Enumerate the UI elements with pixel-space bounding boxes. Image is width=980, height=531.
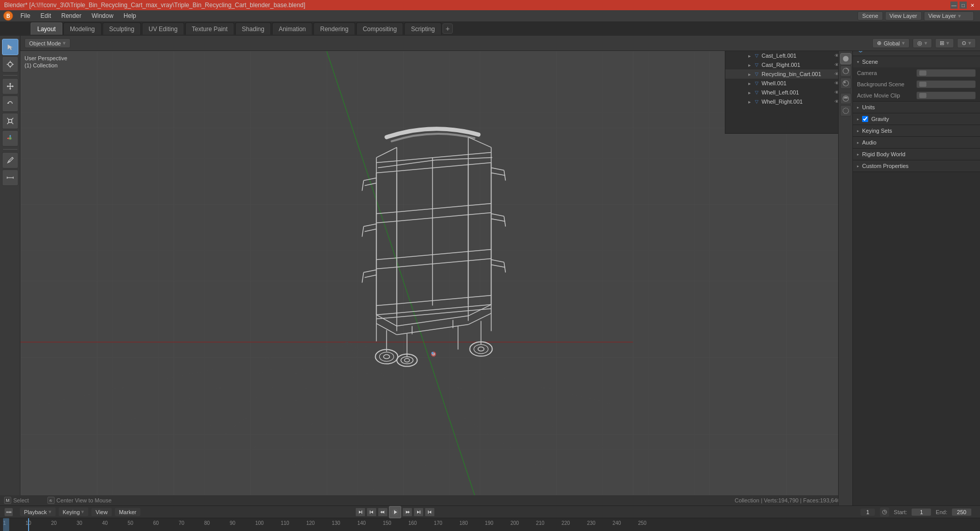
tab-modeling[interactable]: Modeling [63, 22, 102, 35]
vp-xray-toggle[interactable] [840, 105, 851, 116]
outliner-item-cast-left[interactable]: ▸ ▽ Cast_Left.001 👁 📷 [725, 51, 852, 60]
frame-num-200: 200 [510, 520, 519, 526]
tl-play-button[interactable] [389, 506, 401, 518]
units-arrow: ▸ [857, 105, 859, 110]
audio-section-header[interactable]: ▸ Audio [853, 137, 980, 148]
frame-num-90: 90 [230, 520, 235, 526]
svg-line-90 [491, 168, 504, 171]
start-frame-value[interactable]: 1 [911, 508, 932, 516]
svg-line-69 [376, 259, 491, 269]
audio-label: Audio [862, 139, 876, 146]
outliner-item-name-4: Whell.001 [762, 80, 831, 86]
svg-line-33 [12, 123, 13, 124]
outliner-item-cast-right[interactable]: ▸ ▽ Cast_Right.001 👁 📷 [725, 60, 852, 69]
vp-render-mode-rendered[interactable] [840, 78, 851, 89]
annotate-tool-button[interactable] [2, 152, 18, 168]
select-tool-button[interactable] [2, 39, 18, 55]
cursor-tool-button[interactable] [2, 56, 18, 73]
menu-window[interactable]: Window [87, 11, 117, 21]
units-section-header[interactable]: ▸ Units [853, 102, 980, 113]
viewport-proportional-toggle[interactable]: ⊙ ▾ [957, 38, 976, 48]
svg-line-48 [71, 342, 347, 505]
rigid-body-world-header[interactable]: ▸ Rigid Body World [853, 149, 980, 160]
playback-dropdown[interactable]: Playback ▾ [19, 507, 56, 517]
active-movie-clip-value[interactable] [916, 91, 976, 100]
timeline-body[interactable]: 1 10 20 30 40 50 60 70 80 90 100 110 120… [0, 518, 980, 531]
tl-next-keyframe-button[interactable] [413, 508, 424, 517]
menu-edit[interactable]: Edit [36, 11, 55, 21]
viewport-perspective-label: User Perspective (1) Collection [24, 55, 67, 68]
gravity-section-header[interactable]: ▸ Gravity [853, 113, 980, 125]
tl-prev-frame-button[interactable] [378, 508, 388, 517]
tab-animation[interactable]: Animation [272, 22, 312, 35]
measure-tool-button[interactable] [2, 170, 18, 186]
view-dropdown[interactable]: View [91, 508, 112, 517]
viewport-mode-selector[interactable]: Object Mode ▾ [24, 38, 70, 48]
mesh-type-icon-1: ▽ [755, 53, 758, 58]
blender-logo-icon[interactable]: B [2, 10, 14, 22]
snap-icon: ⊞ [940, 40, 944, 46]
frame-type-icon[interactable] [879, 507, 890, 517]
rotate-tool-button[interactable] [2, 95, 18, 112]
outliner-item-whell-right[interactable]: ▸ ▽ Whell_Right.001 👁 📷 [725, 97, 852, 106]
timeline-type-icon[interactable] [4, 508, 13, 517]
keying-sets-header[interactable]: ▸ Keying Sets [853, 125, 980, 136]
svg-line-83 [364, 183, 376, 186]
end-frame-value[interactable]: 250 [951, 508, 972, 516]
timeline-frame-controls: 1 Start: 1 End: 250 [860, 507, 976, 517]
tl-play-end-button[interactable] [355, 508, 365, 517]
viewport-snap-toggle[interactable]: ⊞ ▾ [935, 38, 954, 48]
minimize-button[interactable]: — [950, 2, 958, 9]
svg-line-85 [362, 227, 363, 237]
vp-render-mode-solid[interactable] [840, 53, 851, 64]
tab-layout[interactable]: Layout [31, 22, 62, 35]
tab-uv-editing[interactable]: UV Editing [142, 22, 184, 35]
gravity-checkbox[interactable] [862, 116, 868, 122]
tab-sculpting[interactable]: Sculpting [103, 22, 141, 35]
keying-dropdown[interactable]: Keying ▾ [58, 507, 89, 517]
scene-section-header[interactable]: ▾ Scene [853, 56, 980, 67]
add-workspace-button[interactable]: + [443, 23, 453, 34]
transform-tool-button[interactable] [2, 130, 18, 147]
vp-overlay-toggle[interactable] [840, 93, 851, 104]
viewport-global-selector[interactable]: ⊕ Global ▾ [872, 38, 910, 48]
marker-dropdown[interactable]: Marker [114, 508, 141, 517]
viewport-mode-label: Object Mode [29, 40, 61, 46]
render-engine-selector[interactable]: View Layer ▾ [924, 11, 974, 21]
outliner-item-whell[interactable]: ▸ ▽ Whell.001 👁 📷 [725, 79, 852, 88]
custom-properties-section: ▸ Custom Properties [853, 160, 980, 172]
svg-line-32 [7, 123, 9, 124]
scene-selector[interactable]: Scene [857, 11, 883, 20]
current-frame-display[interactable]: 1 [860, 508, 875, 516]
scale-tool-button[interactable] [2, 113, 18, 129]
frame-num-30: 30 [77, 520, 82, 526]
svg-line-64 [376, 153, 491, 163]
frame-num-250: 250 [638, 520, 647, 526]
outliner-item-recycling-cart[interactable]: ▸ ▽ Recycling_bin_Cart.001 👁 📷 [725, 69, 852, 79]
tab-texture-paint[interactable]: Texture Paint [185, 22, 234, 35]
camera-value[interactable] [916, 69, 976, 77]
tab-scripting[interactable]: Scripting [404, 22, 442, 35]
end-frame-label: End: [936, 509, 947, 515]
tl-next-frame-button[interactable] [402, 508, 412, 517]
tl-prev-keyframe-button[interactable] [366, 508, 377, 517]
menu-render[interactable]: Render [57, 11, 85, 21]
tl-play-start-button[interactable] [425, 508, 435, 517]
viewport-pivot-selector[interactable]: ◎ ▾ [913, 38, 932, 48]
svg-rect-180 [428, 511, 429, 514]
move-tool-button[interactable] [2, 78, 18, 94]
close-button[interactable]: ✕ [969, 2, 976, 9]
vp-render-mode-material[interactable] [840, 65, 851, 77]
tab-shading[interactable]: Shading [235, 22, 271, 35]
menu-file[interactable]: File [16, 11, 34, 21]
menu-help[interactable]: Help [119, 11, 140, 21]
background-scene-value[interactable] [916, 80, 976, 88]
view-layer-selector[interactable]: View Layer [885, 11, 922, 20]
maximize-button[interactable]: □ [960, 2, 967, 9]
svg-line-89 [364, 275, 376, 278]
outliner-item-whell-left[interactable]: ▸ ▽ Whell_Left.001 👁 📷 [725, 88, 852, 97]
tab-rendering[interactable]: Rendering [313, 22, 355, 35]
frame-num-100: 100 [255, 520, 264, 526]
custom-properties-header[interactable]: ▸ Custom Properties [853, 160, 980, 172]
tab-compositing[interactable]: Compositing [356, 22, 404, 35]
